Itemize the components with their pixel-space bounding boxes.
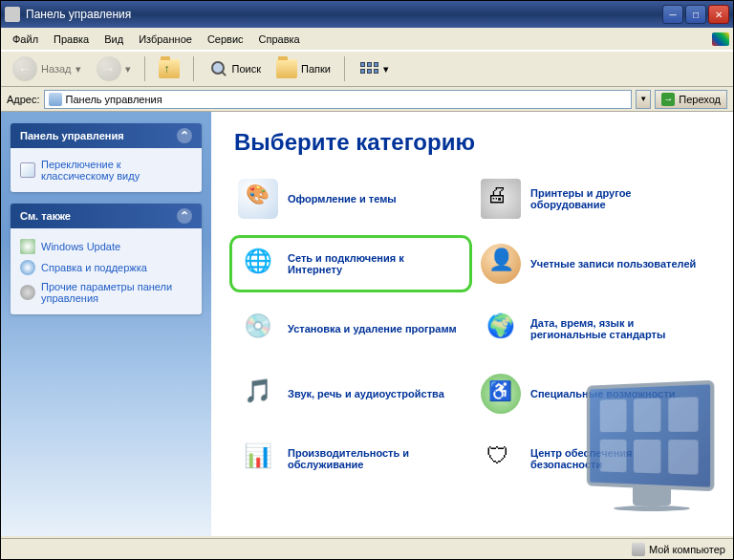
switch-view-icon bbox=[20, 162, 35, 178]
sidebar-panel-seealso: См. также ⌃ Windows Update Справка и под… bbox=[11, 204, 202, 314]
printers-icon bbox=[481, 179, 521, 219]
page-heading: Выберите категорию bbox=[234, 129, 710, 156]
folder-up-icon: ↑ bbox=[159, 59, 180, 78]
collapse-icon[interactable]: ⌃ bbox=[177, 208, 192, 224]
nav-forward-button: → ▾ bbox=[91, 53, 137, 85]
panel-header[interactable]: См. также ⌃ bbox=[11, 204, 202, 228]
panel-header[interactable]: Панель управления ⌃ bbox=[11, 123, 202, 148]
folder-icon bbox=[276, 59, 297, 78]
appearance-icon bbox=[238, 179, 278, 219]
category-appearance[interactable]: Оформление и темы bbox=[234, 175, 467, 223]
menu-view[interactable]: Вид bbox=[97, 31, 131, 48]
views-icon bbox=[358, 59, 379, 78]
category-network[interactable]: Сеть и подключения к Интернету bbox=[234, 240, 467, 288]
nav-up-button[interactable]: ↑ bbox=[153, 55, 185, 82]
category-users[interactable]: Учетные записи пользователей bbox=[477, 240, 710, 288]
close-button[interactable]: ✕ bbox=[708, 5, 729, 24]
folders-button[interactable]: Папки bbox=[270, 55, 336, 82]
category-accessibility[interactable]: Специальные возможности bbox=[477, 370, 710, 418]
accessibility-icon bbox=[481, 374, 521, 414]
main-panel: Выберите категорию Оформление и темы При… bbox=[211, 112, 733, 536]
address-dropdown[interactable]: ▼ bbox=[636, 90, 651, 109]
titlebar[interactable]: Панель управления ─ □ ✕ bbox=[1, 1, 733, 28]
window-title: Панель управления bbox=[26, 8, 662, 21]
category-performance[interactable]: Производительность и обслуживание bbox=[234, 435, 467, 483]
separator bbox=[193, 56, 194, 81]
menubar: Файл Правка Вид Избранное Сервис Справка bbox=[1, 28, 733, 51]
minimize-button[interactable]: ─ bbox=[662, 5, 683, 24]
menu-help[interactable]: Справка bbox=[251, 31, 308, 48]
control-panel-icon bbox=[49, 93, 62, 106]
category-datetime[interactable]: Дата, время, язык и региональные стандар… bbox=[477, 305, 710, 353]
category-sounds[interactable]: Звук, речь и аудиоустройства bbox=[234, 370, 467, 418]
menu-file[interactable]: Файл bbox=[5, 31, 46, 48]
search-button[interactable]: Поиск bbox=[202, 55, 267, 82]
address-field[interactable]: Панель управления bbox=[44, 90, 633, 109]
network-icon bbox=[238, 244, 278, 284]
go-button[interactable]: → Переход bbox=[655, 90, 727, 109]
search-icon bbox=[207, 59, 228, 78]
collapse-icon[interactable]: ⌃ bbox=[177, 128, 192, 143]
performance-icon bbox=[238, 439, 278, 479]
window: Панель управления ─ □ ✕ Файл Правка Вид … bbox=[0, 0, 734, 560]
go-arrow-icon: → bbox=[661, 93, 675, 106]
addremove-icon bbox=[238, 309, 278, 349]
windows-flag-icon bbox=[712, 32, 729, 46]
chevron-down-icon: ▾ bbox=[383, 63, 389, 75]
category-grid: Оформление и темы Принтеры и другое обор… bbox=[234, 175, 710, 483]
sidebar-panel-control: Панель управления ⌃ Переключение к класс… bbox=[11, 123, 202, 192]
category-security[interactable]: Центр обеспечения безопасности bbox=[477, 435, 710, 483]
sounds-icon bbox=[238, 374, 278, 414]
menu-edit[interactable]: Правка bbox=[46, 31, 97, 48]
views-button[interactable]: ▾ bbox=[353, 55, 395, 82]
nav-back-button: ← Назад ▾ bbox=[7, 53, 87, 85]
status-text: Мой компьютер bbox=[649, 544, 725, 555]
separator bbox=[144, 56, 145, 81]
content-area: Панель управления ⌃ Переключение к класс… bbox=[1, 112, 733, 536]
help-support-link[interactable]: Справка и поддержка bbox=[20, 257, 192, 278]
windows-update-link[interactable]: Windows Update bbox=[20, 236, 192, 257]
sidebar: Панель управления ⌃ Переключение к класс… bbox=[1, 112, 211, 536]
menu-favorites[interactable]: Избранное bbox=[131, 31, 200, 48]
category-printers[interactable]: Принтеры и другое оборудование bbox=[477, 175, 710, 223]
category-addremove[interactable]: Установка и удаление программ bbox=[234, 305, 467, 353]
gear-icon bbox=[20, 285, 35, 300]
addressbar: Адрес: Панель управления ▼ → Переход bbox=[1, 87, 733, 112]
chevron-down-icon: ▾ bbox=[76, 63, 81, 75]
menu-tools[interactable]: Сервис bbox=[200, 31, 251, 48]
update-icon bbox=[20, 239, 35, 254]
statusbar: Мой компьютер bbox=[1, 538, 733, 559]
app-icon bbox=[5, 7, 20, 22]
forward-arrow-icon: → bbox=[97, 56, 121, 81]
address-label: Адрес: bbox=[7, 94, 40, 105]
back-arrow-icon: ← bbox=[12, 56, 37, 81]
separator bbox=[344, 56, 345, 81]
users-icon bbox=[481, 244, 521, 284]
maximize-button[interactable]: □ bbox=[685, 5, 706, 24]
help-icon bbox=[20, 260, 35, 275]
datetime-icon bbox=[481, 309, 521, 349]
chevron-down-icon: ▾ bbox=[125, 63, 131, 75]
switch-classic-view-link[interactable]: Переключение к классическому виду bbox=[20, 156, 192, 184]
computer-icon bbox=[632, 543, 645, 556]
security-icon bbox=[481, 439, 521, 479]
toolbar: ← Назад ▾ → ▾ ↑ Поиск Папки ▾ bbox=[1, 51, 733, 87]
other-options-link[interactable]: Прочие параметры панели управления bbox=[20, 278, 192, 307]
